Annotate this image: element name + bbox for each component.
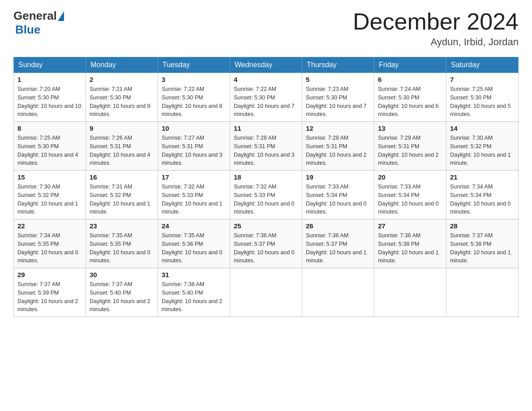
day-number: 31 [162, 271, 226, 278]
calendar-cell: 5 Sunrise: 7:23 AM Sunset: 5:30 PM Dayli… [302, 73, 374, 122]
day-info: Sunrise: 7:38 AM Sunset: 5:40 PM Dayligh… [162, 280, 226, 314]
day-info: Sunrise: 7:36 AM Sunset: 5:38 PM Dayligh… [378, 231, 442, 265]
calendar-cell: 24 Sunrise: 7:35 AM Sunset: 5:36 PM Dayl… [158, 219, 230, 268]
day-number: 30 [90, 271, 154, 278]
day-number: 20 [378, 173, 442, 181]
header-sunday: Sunday [14, 57, 86, 73]
calendar-cell: 23 Sunrise: 7:35 AM Sunset: 5:35 PM Dayl… [86, 219, 158, 268]
calendar-cell: 19 Sunrise: 7:33 AM Sunset: 5:34 PM Dayl… [302, 171, 374, 219]
day-number: 3 [162, 76, 226, 83]
day-number: 29 [17, 271, 82, 278]
day-number: 19 [306, 173, 370, 181]
day-number: 9 [90, 124, 154, 132]
header-thursday: Thursday [302, 57, 374, 73]
calendar-cell: 9 Sunrise: 7:26 AM Sunset: 5:31 PM Dayli… [86, 122, 158, 171]
calendar-header-row: SundayMondayTuesdayWednesdayThursdayFrid… [14, 57, 519, 73]
calendar-cell: 16 Sunrise: 7:31 AM Sunset: 5:32 PM Dayl… [86, 171, 158, 219]
day-info: Sunrise: 7:25 AM Sunset: 5:30 PM Dayligh… [17, 134, 82, 167]
day-number: 2 [90, 76, 154, 83]
day-info: Sunrise: 7:37 AM Sunset: 5:39 PM Dayligh… [17, 280, 82, 314]
day-info: Sunrise: 7:33 AM Sunset: 5:34 PM Dayligh… [378, 183, 442, 216]
day-number: 22 [17, 222, 82, 230]
day-info: Sunrise: 7:30 AM Sunset: 5:32 PM Dayligh… [450, 134, 515, 167]
calendar-cell [374, 268, 446, 317]
day-info: Sunrise: 7:36 AM Sunset: 5:37 PM Dayligh… [234, 231, 298, 265]
day-info: Sunrise: 7:34 AM Sunset: 5:34 PM Dayligh… [450, 183, 515, 216]
day-info: Sunrise: 7:35 AM Sunset: 5:36 PM Dayligh… [162, 231, 226, 265]
calendar-cell [446, 268, 519, 317]
day-number: 6 [378, 76, 442, 83]
day-number: 28 [450, 222, 515, 230]
day-number: 15 [17, 173, 82, 181]
day-info: Sunrise: 7:37 AM Sunset: 5:38 PM Dayligh… [450, 231, 515, 265]
calendar-cell: 8 Sunrise: 7:25 AM Sunset: 5:30 PM Dayli… [14, 122, 86, 171]
day-number: 5 [306, 76, 370, 83]
logo-text: General [13, 9, 65, 23]
header-friday: Friday [374, 57, 446, 73]
day-info: Sunrise: 7:23 AM Sunset: 5:30 PM Dayligh… [306, 85, 370, 119]
title-section: December 2024 Aydun, Irbid, Jordan [353, 9, 519, 48]
day-info: Sunrise: 7:35 AM Sunset: 5:35 PM Dayligh… [90, 231, 154, 265]
calendar-cell: 2 Sunrise: 7:21 AM Sunset: 5:30 PM Dayli… [86, 73, 158, 122]
day-number: 26 [306, 222, 370, 230]
day-info: Sunrise: 7:24 AM Sunset: 5:30 PM Dayligh… [378, 85, 442, 119]
day-info: Sunrise: 7:30 AM Sunset: 5:32 PM Dayligh… [17, 183, 82, 216]
calendar-cell: 29 Sunrise: 7:37 AM Sunset: 5:39 PM Dayl… [14, 268, 86, 317]
header-tuesday: Tuesday [158, 57, 230, 73]
page-header: General Blue December 2024 Aydun, Irbid,… [13, 9, 519, 48]
calendar-cell: 28 Sunrise: 7:37 AM Sunset: 5:38 PM Dayl… [446, 219, 519, 268]
location-text: Aydun, Irbid, Jordan [353, 36, 519, 48]
day-number: 17 [162, 173, 226, 181]
day-info: Sunrise: 7:22 AM Sunset: 5:30 PM Dayligh… [234, 85, 298, 119]
day-number: 12 [306, 124, 370, 132]
day-number: 11 [234, 124, 298, 132]
header-wednesday: Wednesday [230, 57, 302, 73]
day-info: Sunrise: 7:25 AM Sunset: 5:30 PM Dayligh… [450, 85, 515, 119]
day-info: Sunrise: 7:27 AM Sunset: 5:31 PM Dayligh… [162, 134, 226, 167]
calendar-week-row: 15 Sunrise: 7:30 AM Sunset: 5:32 PM Dayl… [14, 171, 519, 219]
calendar-cell: 21 Sunrise: 7:34 AM Sunset: 5:34 PM Dayl… [446, 171, 519, 219]
day-info: Sunrise: 7:22 AM Sunset: 5:30 PM Dayligh… [162, 85, 226, 119]
day-number: 23 [90, 222, 154, 230]
day-number: 1 [17, 76, 82, 83]
day-info: Sunrise: 7:29 AM Sunset: 5:31 PM Dayligh… [378, 134, 442, 167]
day-number: 13 [378, 124, 442, 132]
calendar-cell: 22 Sunrise: 7:34 AM Sunset: 5:35 PM Dayl… [14, 219, 86, 268]
calendar-cell: 14 Sunrise: 7:30 AM Sunset: 5:32 PM Dayl… [446, 122, 519, 171]
calendar-cell: 10 Sunrise: 7:27 AM Sunset: 5:31 PM Dayl… [158, 122, 230, 171]
day-number: 4 [234, 76, 298, 83]
calendar-week-row: 8 Sunrise: 7:25 AM Sunset: 5:30 PM Dayli… [14, 122, 519, 171]
calendar-cell: 26 Sunrise: 7:36 AM Sunset: 5:37 PM Dayl… [302, 219, 374, 268]
day-number: 8 [17, 124, 82, 132]
calendar-cell: 12 Sunrise: 7:28 AM Sunset: 5:31 PM Dayl… [302, 122, 374, 171]
header-saturday: Saturday [446, 57, 519, 73]
logo-general-text: General [13, 9, 57, 23]
day-info: Sunrise: 7:28 AM Sunset: 5:31 PM Dayligh… [306, 134, 370, 167]
calendar-table: SundayMondayTuesdayWednesdayThursdayFrid… [13, 57, 519, 317]
calendar-cell [302, 268, 374, 317]
day-info: Sunrise: 7:36 AM Sunset: 5:37 PM Dayligh… [306, 231, 370, 265]
logo-triangle-icon [58, 11, 64, 21]
calendar-cell: 25 Sunrise: 7:36 AM Sunset: 5:37 PM Dayl… [230, 219, 302, 268]
calendar-week-row: 1 Sunrise: 7:20 AM Sunset: 5:30 PM Dayli… [14, 73, 519, 122]
day-info: Sunrise: 7:32 AM Sunset: 5:33 PM Dayligh… [162, 183, 226, 216]
day-info: Sunrise: 7:34 AM Sunset: 5:35 PM Dayligh… [17, 231, 82, 265]
calendar-cell: 30 Sunrise: 7:37 AM Sunset: 5:40 PM Dayl… [86, 268, 158, 317]
calendar-cell: 18 Sunrise: 7:32 AM Sunset: 5:33 PM Dayl… [230, 171, 302, 219]
day-number: 16 [90, 173, 154, 181]
day-info: Sunrise: 7:21 AM Sunset: 5:30 PM Dayligh… [90, 85, 154, 119]
day-number: 21 [450, 173, 515, 181]
day-number: 24 [162, 222, 226, 230]
calendar-cell: 7 Sunrise: 7:25 AM Sunset: 5:30 PM Dayli… [446, 73, 519, 122]
day-number: 14 [450, 124, 515, 132]
day-info: Sunrise: 7:37 AM Sunset: 5:40 PM Dayligh… [90, 280, 154, 314]
calendar-cell: 13 Sunrise: 7:29 AM Sunset: 5:31 PM Dayl… [374, 122, 446, 171]
calendar-cell: 27 Sunrise: 7:36 AM Sunset: 5:38 PM Dayl… [374, 219, 446, 268]
calendar-cell: 4 Sunrise: 7:22 AM Sunset: 5:30 PM Dayli… [230, 73, 302, 122]
day-info: Sunrise: 7:32 AM Sunset: 5:33 PM Dayligh… [234, 183, 298, 216]
month-title: December 2024 [353, 9, 519, 34]
day-number: 10 [162, 124, 226, 132]
calendar-cell [230, 268, 302, 317]
calendar-cell: 31 Sunrise: 7:38 AM Sunset: 5:40 PM Dayl… [158, 268, 230, 317]
logo-blue-text: Blue [15, 23, 40, 36]
